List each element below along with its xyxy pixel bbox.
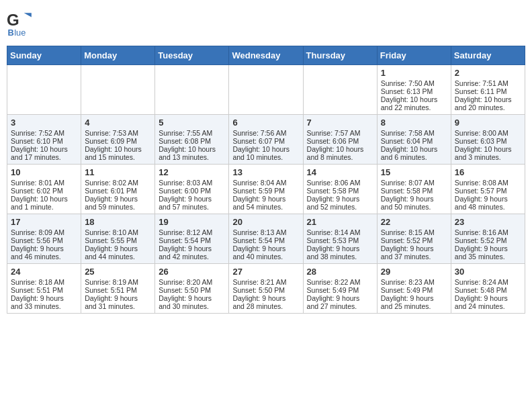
day-info: Daylight: 9 hours and 31 minutes. xyxy=(85,294,151,310)
day-number: 24 xyxy=(11,267,77,277)
calendar-header-row: SundayMondayTuesdayWednesdayThursdayFrid… xyxy=(7,46,525,65)
day-number: 14 xyxy=(307,167,373,177)
day-info: Daylight: 9 hours and 48 minutes. xyxy=(455,195,521,211)
day-info: Sunrise: 8:00 AM xyxy=(455,129,521,137)
header-thursday: Thursday xyxy=(303,46,377,65)
header-friday: Friday xyxy=(377,46,451,65)
day-info: Sunset: 6:06 PM xyxy=(307,137,373,145)
day-info: Sunrise: 8:14 AM xyxy=(307,228,373,236)
day-cell: 1Sunrise: 7:50 AMSunset: 6:13 PMDaylight… xyxy=(377,65,451,115)
day-cell: 26Sunrise: 8:20 AMSunset: 5:50 PMDayligh… xyxy=(155,264,229,314)
day-number: 16 xyxy=(455,167,521,177)
day-info: Sunset: 5:54 PM xyxy=(159,236,225,244)
day-info: Sunrise: 8:06 AM xyxy=(307,179,373,187)
day-number: 30 xyxy=(455,267,521,277)
day-info: Daylight: 10 hours and 8 minutes. xyxy=(307,145,373,161)
week-row-5: 24Sunrise: 8:18 AMSunset: 5:51 PMDayligh… xyxy=(7,264,525,314)
day-number: 23 xyxy=(455,217,521,227)
day-number: 11 xyxy=(85,167,151,177)
day-info: Sunset: 6:01 PM xyxy=(85,187,151,195)
day-number: 2 xyxy=(455,68,521,78)
day-number: 20 xyxy=(232,217,299,227)
day-number: 18 xyxy=(85,217,151,227)
logo-svg: G B lue xyxy=(7,9,34,42)
day-info: Daylight: 10 hours and 3 minutes. xyxy=(455,145,521,161)
day-info: Sunrise: 8:08 AM xyxy=(455,179,521,187)
day-info: Sunrise: 8:01 AM xyxy=(11,179,77,187)
day-cell: 8Sunrise: 7:58 AMSunset: 6:04 PMDaylight… xyxy=(377,115,451,165)
day-cell: 10Sunrise: 8:01 AMSunset: 6:02 PMDayligh… xyxy=(7,165,81,214)
day-cell: 27Sunrise: 8:21 AMSunset: 5:50 PMDayligh… xyxy=(229,264,303,314)
day-info: Sunset: 5:51 PM xyxy=(11,286,77,294)
logo: G B lue xyxy=(7,9,34,42)
day-cell xyxy=(7,65,81,115)
day-cell xyxy=(81,65,155,115)
day-info: Sunset: 5:54 PM xyxy=(232,236,299,244)
day-number: 5 xyxy=(159,118,225,128)
day-info: Sunset: 5:55 PM xyxy=(85,236,151,244)
day-info: Sunrise: 8:03 AM xyxy=(159,179,225,187)
day-info: Sunset: 6:07 PM xyxy=(232,137,299,145)
day-info: Daylight: 9 hours and 24 minutes. xyxy=(455,294,521,310)
day-info: Daylight: 9 hours and 52 minutes. xyxy=(307,195,373,211)
day-info: Sunrise: 8:02 AM xyxy=(85,179,151,187)
day-info: Sunset: 6:00 PM xyxy=(159,187,225,195)
day-info: Daylight: 10 hours and 22 minutes. xyxy=(381,95,447,111)
day-info: Daylight: 9 hours and 46 minutes. xyxy=(11,244,77,261)
day-number: 25 xyxy=(85,267,151,277)
svg-marker-1 xyxy=(24,13,32,17)
day-cell: 20Sunrise: 8:13 AMSunset: 5:54 PMDayligh… xyxy=(229,214,303,264)
day-info: Daylight: 9 hours and 25 minutes. xyxy=(381,294,447,310)
day-cell: 3Sunrise: 7:52 AMSunset: 6:10 PMDaylight… xyxy=(7,115,81,165)
day-info: Sunset: 5:50 PM xyxy=(232,286,299,294)
day-number: 9 xyxy=(455,118,521,128)
day-info: Sunset: 5:51 PM xyxy=(85,286,151,294)
day-info: Daylight: 9 hours and 28 minutes. xyxy=(232,294,299,310)
day-info: Sunset: 6:09 PM xyxy=(85,137,151,145)
day-info: Sunset: 5:48 PM xyxy=(455,286,521,294)
day-cell: 25Sunrise: 8:19 AMSunset: 5:51 PMDayligh… xyxy=(81,264,155,314)
day-info: Sunrise: 7:51 AM xyxy=(455,79,521,87)
day-info: Daylight: 9 hours and 37 minutes. xyxy=(381,244,447,261)
day-number: 22 xyxy=(381,217,447,227)
day-cell: 16Sunrise: 8:08 AMSunset: 5:57 PMDayligh… xyxy=(451,165,525,214)
svg-text:B: B xyxy=(8,28,14,38)
header-tuesday: Tuesday xyxy=(155,46,229,65)
day-info: Daylight: 9 hours and 33 minutes. xyxy=(11,294,77,310)
day-cell: 22Sunrise: 8:15 AMSunset: 5:52 PMDayligh… xyxy=(377,214,451,264)
day-info: Daylight: 10 hours and 6 minutes. xyxy=(381,145,447,161)
day-info: Daylight: 9 hours and 30 minutes. xyxy=(159,294,225,310)
day-info: Sunset: 5:59 PM xyxy=(232,187,299,195)
day-info: Sunrise: 8:12 AM xyxy=(159,228,225,236)
day-cell: 14Sunrise: 8:06 AMSunset: 5:58 PMDayligh… xyxy=(303,165,377,214)
day-info: Daylight: 9 hours and 42 minutes. xyxy=(159,244,225,261)
day-cell: 9Sunrise: 8:00 AMSunset: 6:03 PMDaylight… xyxy=(451,115,525,165)
day-info: Sunrise: 8:04 AM xyxy=(232,179,299,187)
day-info: Daylight: 9 hours and 40 minutes. xyxy=(232,244,299,261)
day-info: Daylight: 9 hours and 38 minutes. xyxy=(307,244,373,261)
day-cell: 28Sunrise: 8:22 AMSunset: 5:49 PMDayligh… xyxy=(303,264,377,314)
day-info: Sunrise: 8:23 AM xyxy=(381,278,447,286)
day-cell: 11Sunrise: 8:02 AMSunset: 6:01 PMDayligh… xyxy=(81,165,155,214)
header-wednesday: Wednesday xyxy=(229,46,303,65)
day-info: Sunrise: 8:15 AM xyxy=(381,228,447,236)
day-info: Sunrise: 7:57 AM xyxy=(307,129,373,137)
day-cell xyxy=(155,65,229,115)
day-cell: 15Sunrise: 8:07 AMSunset: 5:58 PMDayligh… xyxy=(377,165,451,214)
day-info: Sunrise: 7:55 AM xyxy=(159,129,225,137)
day-number: 12 xyxy=(159,167,225,177)
day-info: Sunset: 5:53 PM xyxy=(307,236,373,244)
day-info: Sunrise: 8:07 AM xyxy=(381,179,447,187)
day-info: Sunrise: 8:22 AM xyxy=(307,278,373,286)
day-number: 28 xyxy=(307,267,373,277)
day-info: Daylight: 10 hours and 15 minutes. xyxy=(85,145,151,161)
week-row-1: 1Sunrise: 7:50 AMSunset: 6:13 PMDaylight… xyxy=(7,65,525,115)
day-info: Sunrise: 8:10 AM xyxy=(85,228,151,236)
day-info: Sunset: 6:03 PM xyxy=(455,137,521,145)
day-cell: 29Sunrise: 8:23 AMSunset: 5:49 PMDayligh… xyxy=(377,264,451,314)
day-info: Sunrise: 8:24 AM xyxy=(455,278,521,286)
day-info: Daylight: 9 hours and 27 minutes. xyxy=(307,294,373,310)
day-info: Sunset: 6:13 PM xyxy=(381,87,447,95)
header-sunday: Sunday xyxy=(7,46,81,65)
day-info: Sunrise: 8:19 AM xyxy=(85,278,151,286)
